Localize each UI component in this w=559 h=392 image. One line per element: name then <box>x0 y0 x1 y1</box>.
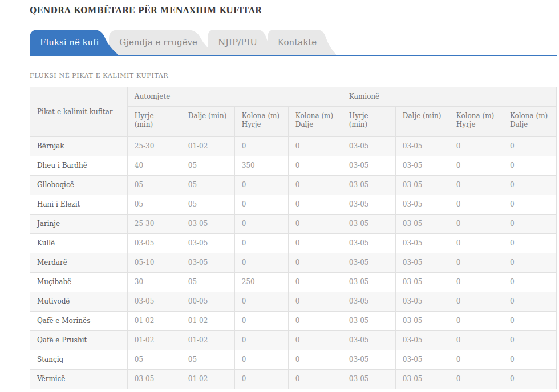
cell-kamion-kolona-hyrje: 0 <box>449 156 503 176</box>
column-header-auto-kolona-hyrje: Kolona (m) Hyrje <box>234 107 288 137</box>
cell-kamion-dalje: 03-05 <box>395 331 449 350</box>
cell-auto-kolona-hyrje: 0 <box>234 215 288 234</box>
cell-kamion-hyrje: 03-05 <box>342 156 395 176</box>
cell-kamion-dalje: 03-05 <box>395 195 449 215</box>
cell-auto-kolona-dalje: 0 <box>288 215 342 234</box>
crossing-point-name: Hani i Elezit <box>30 195 128 215</box>
table-row: Bërnjak 25-30 01-02 0 0 03-05 03-05 0 0 <box>30 137 557 156</box>
crossing-point-name: Glloboqicë <box>30 176 128 195</box>
cell-kamion-kolona-dalje: 0 <box>503 253 556 273</box>
table-row: Jarinje 25-30 03-05 0 0 03-05 03-05 0 0 <box>30 215 557 234</box>
cell-kamion-dalje: 03-05 <box>395 176 449 195</box>
cell-auto-kolona-hyrje: 0 <box>234 137 288 156</box>
column-header-auto-dalje-min: Dalje (min) <box>181 107 234 137</box>
cell-kamion-kolona-hyrje: 0 <box>449 370 503 389</box>
cell-kamion-kolona-hyrje: 0 <box>449 253 503 273</box>
cell-auto-hyrje: 03-05 <box>127 292 181 312</box>
cell-kamion-kolona-hyrje: 0 <box>449 350 503 370</box>
cell-kamion-hyrje: 03-05 <box>342 331 395 350</box>
cell-auto-kolona-hyrje: 350 <box>234 156 288 176</box>
cell-kamion-dalje: 03-05 <box>395 253 449 273</box>
cell-kamion-kolona-dalje: 0 <box>503 195 556 215</box>
cell-kamion-kolona-dalje: 0 <box>503 234 556 253</box>
cell-kamion-dalje: 03-05 <box>395 292 449 312</box>
tab-gjendja-e-rrugeve[interactable]: Gjendja e rrugëve <box>109 30 217 55</box>
cell-kamion-hyrje: 03-05 <box>342 350 395 370</box>
cell-kamion-dalje: 03-05 <box>395 312 449 331</box>
cell-kamion-hyrje: 03-05 <box>342 215 395 234</box>
crossing-point-name: Jarinje <box>30 215 128 234</box>
column-header-kamion-kolona-dalje: Kolona (m) Dalje <box>503 107 556 137</box>
crossing-point-name: Stançiq <box>30 350 128 370</box>
cell-kamion-hyrje: 03-05 <box>342 234 395 253</box>
cell-auto-dalje: 00-05 <box>181 292 234 312</box>
cell-kamion-dalje: 03-05 <box>395 370 449 389</box>
table-row: Muçibabë 30 05 250 0 03-05 03-05 0 0 <box>30 273 557 292</box>
cell-auto-dalje: 03-05 <box>181 215 234 234</box>
cell-kamion-dalje: 03-05 <box>395 350 449 370</box>
cell-auto-dalje: 05 <box>181 156 234 176</box>
tab-label: NJIP/PIU <box>208 30 277 55</box>
cell-kamion-kolona-hyrje: 0 <box>449 331 503 350</box>
cell-auto-kolona-dalje: 0 <box>288 273 342 292</box>
cell-kamion-kolona-hyrje: 0 <box>449 312 503 331</box>
cell-kamion-dalje: 03-05 <box>395 156 449 176</box>
section-title: FLUKSI NË PIKAT E KALIMIT KUFITAR <box>30 72 557 79</box>
cell-kamion-hyrje: 03-05 <box>342 137 395 156</box>
crossing-point-name: Vërmicë <box>30 370 128 389</box>
cell-kamion-kolona-dalje: 0 <box>503 176 556 195</box>
cell-auto-hyrje: 05 <box>127 350 181 370</box>
cell-auto-kolona-dalje: 0 <box>288 253 342 273</box>
tab-label: Fluksi në kufi <box>30 30 118 55</box>
crossing-point-name: Bërnjak <box>30 137 128 156</box>
tab-njip-piu[interactable]: NJIP/PIU <box>208 30 277 55</box>
cell-kamion-dalje: 03-05 <box>395 234 449 253</box>
crossing-point-name: Muçibabë <box>30 273 128 292</box>
cell-kamion-kolona-hyrje: 0 <box>449 215 503 234</box>
cell-auto-kolona-hyrje: 0 <box>234 370 288 389</box>
cell-auto-hyrje: 40 <box>127 156 181 176</box>
crossing-point-name: Mutivodë <box>30 292 128 312</box>
cell-auto-kolona-dalje: 0 <box>288 350 342 370</box>
cell-auto-kolona-dalje: 0 <box>288 370 342 389</box>
cell-kamion-dalje: 03-05 <box>395 137 449 156</box>
cell-auto-kolona-dalje: 0 <box>288 312 342 331</box>
cell-kamion-kolona-dalje: 0 <box>503 215 556 234</box>
cell-kamion-kolona-dalje: 0 <box>503 350 556 370</box>
cell-kamion-dalje: 03-05 <box>395 273 449 292</box>
cell-auto-hyrje: 03-05 <box>127 370 181 389</box>
tab-fluksi-ne-kufi[interactable]: Fluksi në kufi <box>30 30 118 55</box>
cell-kamion-kolona-hyrje: 0 <box>449 137 503 156</box>
cell-auto-hyrje: 01-02 <box>127 312 181 331</box>
tab-label: Kontakte <box>268 30 336 55</box>
cell-kamion-kolona-dalje: 0 <box>503 370 556 389</box>
cell-auto-dalje: 01-02 <box>181 370 234 389</box>
table-body: Bërnjak 25-30 01-02 0 0 03-05 03-05 0 0 … <box>30 137 557 389</box>
cell-auto-kolona-dalje: 0 <box>288 234 342 253</box>
cell-kamion-kolona-dalje: 0 <box>503 137 556 156</box>
tab-kontakte[interactable]: Kontakte <box>268 30 336 55</box>
cell-kamion-kolona-dalje: 0 <box>503 292 556 312</box>
cell-kamion-hyrje: 03-05 <box>342 312 395 331</box>
column-header-kamion-kolona-hyrje: Kolona (m) Hyrje <box>449 107 503 137</box>
cell-auto-kolona-dalje: 0 <box>288 156 342 176</box>
cell-kamion-hyrje: 03-05 <box>342 370 395 389</box>
cell-auto-hyrje: 25-30 <box>127 137 181 156</box>
crossing-point-name: Qafë e Morinës <box>30 312 128 331</box>
cell-auto-kolona-hyrje: 0 <box>234 292 288 312</box>
cell-kamion-hyrje: 03-05 <box>342 195 395 215</box>
cell-auto-dalje: 05 <box>181 350 234 370</box>
column-group-kamione: Kamionë <box>342 87 556 107</box>
cell-auto-dalje: 05 <box>181 273 234 292</box>
cell-kamion-kolona-hyrje: 0 <box>449 292 503 312</box>
cell-auto-kolona-hyrje: 0 <box>234 350 288 370</box>
crossing-point-name: Qafë e Prushit <box>30 331 128 350</box>
cell-auto-kolona-hyrje: 0 <box>234 253 288 273</box>
cell-kamion-dalje: 03-05 <box>395 215 449 234</box>
cell-auto-kolona-dalje: 0 <box>288 137 342 156</box>
table-row: Qafë e Prushit 01-02 01-02 0 0 03-05 03-… <box>30 331 557 350</box>
cell-kamion-hyrje: 03-05 <box>342 292 395 312</box>
page: QENDRA KOMBËTARE PËR MENAXHIM KUFITAR Fl… <box>0 0 559 392</box>
table-row: Hani i Elezit 05 05 0 0 03-05 03-05 0 0 <box>30 195 557 215</box>
table-row: Dheu i Bardhë 40 05 350 0 03-05 03-05 0 … <box>30 156 557 176</box>
